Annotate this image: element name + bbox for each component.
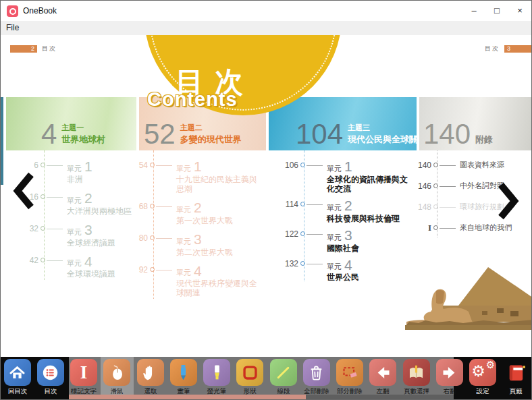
unit-label: 單元 <box>327 234 342 241</box>
toolbar-label: 回目次 <box>7 387 27 395</box>
toolbar-label: 選取 <box>144 387 157 395</box>
previous-page-arrow[interactable] <box>11 171 34 213</box>
toolbar-text-marker-button[interactable]: I標記文字 <box>68 357 101 399</box>
item-dash <box>440 228 456 229</box>
toolbar-partial-erase-button[interactable]: 部分刪除 <box>334 357 367 399</box>
toolbar-home-button[interactable]: 回目次 <box>1 357 34 399</box>
unit-label: 單元 <box>67 229 82 236</box>
toolbar-gear-button[interactable]: ⚙⚙設定 <box>467 357 500 399</box>
list-icon <box>37 359 64 386</box>
item-title: 第二次世界大戰 <box>176 248 233 257</box>
section-items-2: 54單元1十九世紀的民族主義與思潮68單元2第一次世界大戰80單元3第二次世界大… <box>124 161 262 306</box>
item-dash <box>156 238 172 239</box>
item-page-number: 122 <box>274 229 298 239</box>
item-page-number: 114 <box>274 200 298 209</box>
item-title: 世界公民 <box>327 273 359 282</box>
toc-item[interactable]: 132單元4世界公民 <box>274 259 413 283</box>
toolbar-shape-button[interactable]: 形狀 <box>234 357 267 399</box>
item-page-number: 42 <box>14 256 38 265</box>
next-page-arrow[interactable] <box>498 182 521 223</box>
item-page-number: 32 <box>14 224 38 233</box>
dotted-connector-line <box>437 150 437 237</box>
close-button[interactable]: × <box>508 1 531 21</box>
app-window: OneBook – □ × File 2 目次 目次 3 目次 Contents… <box>0 0 532 400</box>
item-title: 現代世界秩序變遷與全球關連 <box>176 279 262 297</box>
item-title: 來自地球的我們 <box>460 223 512 232</box>
right-page-number: 3 <box>504 45 531 53</box>
toc-item[interactable]: 114單元2科技發展與科技倫理 <box>274 200 413 223</box>
title-bar: OneBook – □ × <box>1 1 531 21</box>
dotted-connector-line <box>304 150 304 281</box>
section-title: 附錄 <box>475 134 493 146</box>
toolbar-label: 部分刪除 <box>337 387 363 395</box>
toc-item[interactable]: 140圖表資料來源 <box>407 161 532 170</box>
item-dash <box>47 260 63 261</box>
dotted-connector-line <box>44 150 45 280</box>
item-bullet-circle <box>433 204 438 209</box>
toolbar: 回目次目次I標記文字滑鼠選取畫筆螢光筆形狀線段全部刪除部分刪除左翻頁數選擇右翻⚙… <box>1 357 532 399</box>
unit-number: 4 <box>84 256 92 268</box>
toolbar-label: 目次 <box>44 387 57 395</box>
item-dash <box>440 165 456 166</box>
hand-icon <box>137 359 164 386</box>
unit-number: 1 <box>194 161 202 173</box>
partial-erase-icon <box>336 359 363 386</box>
toolbar-arrow-left-button[interactable]: 左翻 <box>367 357 400 399</box>
toc-item[interactable]: 106單元1全球化的資訊傳播與文化交流 <box>274 161 413 194</box>
unit-number: 4 <box>194 265 202 277</box>
toolbar-mouse-button[interactable]: 滑鼠 <box>101 357 134 399</box>
toc-item[interactable]: 92單元4現代世界秩序變遷與全球關連 <box>124 265 262 298</box>
toolbar-highlighter-button[interactable]: 螢光筆 <box>201 357 234 399</box>
dotted-connector-line <box>153 150 154 299</box>
trash-icon <box>303 359 330 386</box>
mouse-icon <box>103 359 130 386</box>
toc-item[interactable]: 68單元2第一次世界大戰 <box>124 202 262 225</box>
toolbar-hand-button[interactable]: 選取 <box>134 357 167 399</box>
toolbar-label: 螢光筆 <box>207 387 227 395</box>
item-title: 第一次世界大戰 <box>176 216 233 225</box>
toolbar-label: 頁數選擇 <box>404 387 429 395</box>
toc-item[interactable]: 122單元3國際社會 <box>274 229 413 253</box>
unit-label: 單元 <box>327 204 342 212</box>
section-title: 世界地球村 <box>61 134 105 146</box>
minimize-button[interactable]: – <box>462 1 485 21</box>
toolbar-list-button[interactable]: 目次 <box>34 357 67 399</box>
toolbar-arrow-right-button[interactable]: 右翻 <box>433 357 466 399</box>
unit-number: 1 <box>344 161 352 173</box>
toolbar-line-button[interactable]: 線段 <box>267 357 300 399</box>
toolbar-label: 滑鼠 <box>111 387 124 395</box>
item-page-number: 148 <box>407 202 431 212</box>
menu-file[interactable]: File <box>1 21 24 35</box>
toolbar-page-select-button[interactable]: 頁數選擇 <box>400 357 433 399</box>
home-icon <box>4 359 31 386</box>
toc-item[interactable]: 80單元3第二次世界大戰 <box>124 233 262 257</box>
toc-item[interactable]: 32單元3全球經濟議題 <box>14 224 132 248</box>
pen-icon <box>170 359 197 386</box>
unit-label: 單元 <box>176 165 191 173</box>
item-dash <box>307 264 323 264</box>
unit-number: 2 <box>344 200 352 212</box>
toolbar-label: 標記文字 <box>71 387 97 395</box>
item-page-number: 54 <box>124 161 148 170</box>
item-page-number: 92 <box>124 265 148 275</box>
item-title: 全球環境議題 <box>67 269 115 279</box>
toolbar-pen-button[interactable]: 畫筆 <box>167 357 200 399</box>
toc-item[interactable]: 54單元1十九世紀的民族主義與思潮 <box>124 161 262 194</box>
item-dash <box>156 206 172 207</box>
toolbar-trash-button[interactable]: 全部刪除 <box>300 357 333 399</box>
item-page-number: I <box>407 223 431 233</box>
toolbar-tabs-book-button[interactable]: 頁籤 <box>500 357 532 399</box>
window-title: OneBook <box>23 6 57 16</box>
unit-number: 3 <box>194 233 202 246</box>
unit-number: 3 <box>84 224 92 236</box>
toolbar-label: 全部刪除 <box>304 387 329 395</box>
item-title: 科技發展與科技倫理 <box>327 214 400 223</box>
window-controls: – □ × <box>462 1 531 21</box>
item-dash <box>307 165 323 166</box>
toolbar-label: 頁籤 <box>510 387 523 395</box>
toc-item[interactable]: 42單元4全球環境議題 <box>14 256 132 279</box>
maximize-button[interactable]: □ <box>485 1 508 21</box>
item-dash <box>156 165 172 166</box>
toc-item[interactable]: I來自地球的我們 <box>407 223 532 233</box>
sphinx-pyramid-image <box>396 262 532 336</box>
